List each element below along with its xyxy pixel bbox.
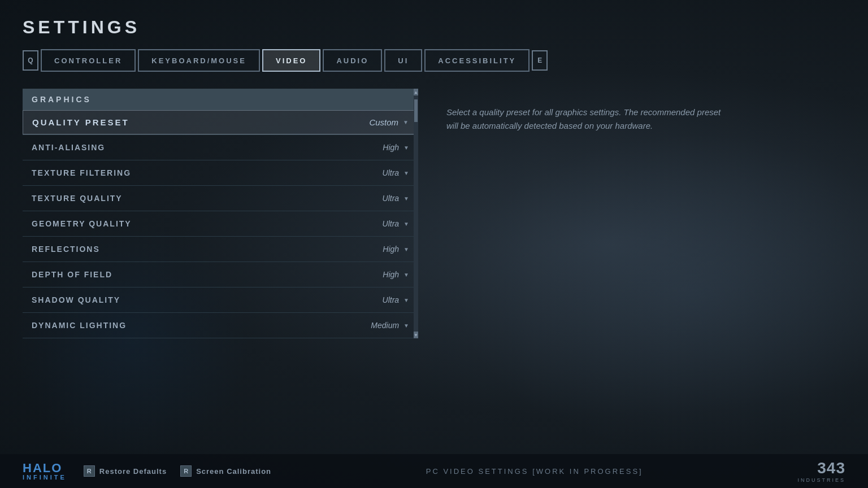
description-panel: Select a quality preset for all graphics… [441,89,845,338]
bottom-right: 343 INDUSTRIES [797,459,845,483]
screen-calibration-key: R [180,465,192,477]
shadow-quality-label: SHADOW QUALITY [32,295,120,304]
bottom-actions: R Restore Defaults R Screen Calibration [84,465,271,477]
halo-logo: HALO INFINITE [23,462,67,481]
quality-preset-row[interactable]: QUALITY PRESET Custom ▼ [23,110,418,134]
reflections-arrow: ▼ [403,246,409,252]
studio-logo-number: 343 [817,459,845,477]
texture-quality-row[interactable]: TEXTURE QUALITY Ultra ▼ [23,186,418,211]
tab-accessibility[interactable]: ACCESSIBILITY [424,49,530,72]
halo-infinite-text: INFINITE [23,474,67,481]
tab-keyboard[interactable]: KEYBOARD/MOUSE [138,49,260,72]
left-bracket: Q [23,50,38,71]
halo-logo-text: HALO [23,462,62,474]
scroll-container: GRAPHICS QUALITY PRESET Custom ▼ ANTI-AL… [23,89,418,338]
texture-filtering-arrow: ▼ [403,170,409,176]
dynamic-lighting-label: DYNAMIC LIGHTING [32,321,127,330]
texture-quality-arrow: ▼ [403,195,409,202]
main-layout: GRAPHICS QUALITY PRESET Custom ▼ ANTI-AL… [23,89,845,338]
scrollbar-thumb[interactable] [414,99,418,122]
anti-aliasing-label: ANTI-ALIASING [32,143,105,152]
geometry-quality-row[interactable]: GEOMETRY QUALITY Ultra ▼ [23,211,418,237]
geometry-quality-value: Ultra ▼ [383,219,409,228]
shadow-quality-arrow: ▼ [403,297,409,303]
texture-filtering-label: TEXTURE FILTERING [32,168,131,177]
geometry-quality-arrow: ▼ [403,221,409,227]
anti-aliasing-value: High ▼ [383,143,409,152]
restore-defaults-label: Restore Defaults [99,467,167,476]
right-bracket: E [532,50,548,71]
dynamic-lighting-arrow: ▼ [403,323,409,329]
texture-filtering-row[interactable]: TEXTURE FILTERING Ultra ▼ [23,160,418,186]
page-title: SETTINGS [23,17,845,38]
dynamic-lighting-row[interactable]: DYNAMIC LIGHTING Medium ▼ [23,313,418,338]
tab-controller[interactable]: CONTROLLER [41,49,136,72]
dynamic-lighting-value: Medium ▼ [371,321,409,330]
anti-aliasing-arrow: ▼ [403,145,409,151]
shadow-quality-row[interactable]: SHADOW QUALITY Ultra ▼ [23,287,418,313]
screen-calibration-label: Screen Calibration [196,467,271,476]
graphics-header-text: GRAPHICS [32,95,92,104]
geometry-quality-label: GEOMETRY QUALITY [32,219,132,228]
restore-defaults-key: R [84,465,95,477]
shadow-quality-value: Ultra ▼ [383,295,409,304]
texture-quality-value: Ultra ▼ [383,194,409,203]
anti-aliasing-row[interactable]: ANTI-ALIASING High ▼ [23,135,418,160]
settings-list: ANTI-ALIASING High ▼ TEXTURE FILTERING U… [23,134,418,338]
wip-label: PC VIDEO SETTINGS [WORK IN PROGRESS] [426,467,643,476]
studio-logo-sub: INDUSTRIES [797,477,845,483]
bottom-center: PC VIDEO SETTINGS [WORK IN PROGRESS] [271,467,797,476]
quality-preset-current: Custom [369,117,398,127]
quality-preset-label: QUALITY PRESET [32,117,129,127]
depth-of-field-label: DEPTH OF FIELD [32,270,112,279]
scrollbar[interactable]: ▲ ▼ [414,89,418,338]
screen-calibration-action[interactable]: R Screen Calibration [180,465,271,477]
tab-bar: Q CONTROLLER KEYBOARD/MOUSE VIDEO AUDIO … [23,49,845,72]
quality-preset-arrow: ▼ [403,119,409,125]
description-text: Select a quality preset for all graphics… [446,106,729,133]
reflections-value: High ▼ [383,245,409,254]
depth-of-field-arrow: ▼ [403,272,409,278]
scrollbar-track [414,97,418,330]
tab-audio[interactable]: AUDIO [323,49,382,72]
graphics-section-header: GRAPHICS [23,89,418,110]
depth-of-field-value: High ▼ [383,270,409,279]
restore-defaults-action[interactable]: R Restore Defaults [84,465,167,477]
reflections-row[interactable]: REFLECTIONS High ▼ [23,237,418,262]
settings-panel: GRAPHICS QUALITY PRESET Custom ▼ ANTI-AL… [23,89,418,338]
scroll-down-button[interactable]: ▼ [414,332,418,338]
texture-filtering-value: Ultra ▼ [383,168,409,177]
reflections-label: REFLECTIONS [32,245,100,254]
quality-preset-value: Custom ▼ [369,117,409,127]
studio-logo-block: 343 INDUSTRIES [797,459,845,483]
depth-of-field-row[interactable]: DEPTH OF FIELD High ▼ [23,262,418,287]
scroll-up-button[interactable]: ▲ [414,89,418,95]
texture-quality-label: TEXTURE QUALITY [32,194,123,203]
tab-video[interactable]: VIDEO [262,49,320,72]
bottom-bar: HALO INFINITE R Restore Defaults R Scree… [0,454,868,488]
tab-ui[interactable]: UI [384,49,422,72]
